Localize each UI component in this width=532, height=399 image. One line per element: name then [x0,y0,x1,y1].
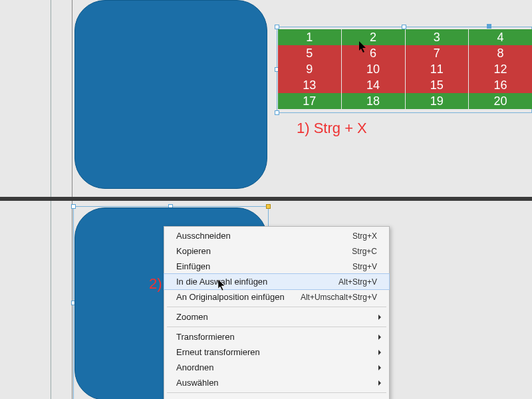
handle-icon[interactable] [275,25,279,29]
table-cell: 16 [469,77,532,93]
table-cell: 5 [278,45,342,61]
guide-vertical [51,201,51,399]
ctx-item-label: Zoomen [176,312,208,322]
guide-vertical [51,0,51,197]
ctx-item-paste[interactable]: Einfügen Strg+V [164,259,389,274]
context-menu: Ausschneiden Strg+X Kopieren Strg+C Einf… [164,226,390,399]
separator [167,307,386,307]
table-cell: 11 [406,61,469,77]
ctx-item-label: Anordnen [176,362,213,372]
ctx-item-transform-again[interactable]: Erneut transformieren [164,344,389,360]
ctx-item-label: Einfügen [176,261,210,271]
ctx-item-cut[interactable]: Ausschneiden Strg+X [164,228,389,243]
ctx-item-label: Kopieren [176,246,211,256]
ctx-item-paste-into[interactable]: In die Auswahl einfügen Alt+Strg+V [164,274,389,289]
table-cell: 4 [469,29,532,45]
corner-radius-handle-icon[interactable] [266,204,271,209]
separator [167,327,386,327]
table-row: 17 18 19 20 [278,93,532,109]
frame-edge [72,0,72,197]
ctx-item-copy[interactable]: Kopieren Strg+C [164,243,389,259]
table-cell: 3 [406,29,469,45]
table-cell: 19 [406,93,469,109]
table-cell: 10 [342,61,406,77]
ctx-item-label: Auswählen [176,378,219,388]
table-row: 9 10 11 12 [278,61,532,77]
annotation-label: 1) Strg + X [297,120,367,137]
anchor-point-icon [487,24,491,29]
ctx-item-label: In die Auswahl einfügen [176,277,267,287]
ctx-item-arrange[interactable]: Anordnen [164,360,389,375]
table-row: 13 14 15 16 [278,77,532,93]
panel-top: 1 2 3 4 5 6 7 8 9 10 11 12 13 14 15 16 1… [0,0,532,197]
ctx-item-shortcut: Strg+X [352,231,377,241]
separator [167,392,386,393]
ctx-item-shortcut: Strg+C [352,247,377,256]
ctx-item-transform[interactable]: Transformieren [164,329,389,344]
table-cell: 9 [278,61,342,77]
ctx-item-label: Erneut transformieren [176,347,260,357]
table-cell: 1 [278,29,342,45]
ctx-item-shortcut: Alt+Strg+V [338,277,377,287]
panel-bottom: 2) Ausschneiden Strg+X Kopieren Strg+C E… [0,201,532,399]
ctx-item-zoom[interactable]: Zoomen [164,309,389,325]
frame-edge [72,201,72,399]
ctx-item-label: Transformieren [176,332,235,342]
rounded-rectangle-shape[interactable] [74,0,267,189]
table-cell: 18 [342,93,406,109]
table-cell: 8 [469,45,532,61]
number-table[interactable]: 1 2 3 4 5 6 7 8 9 10 11 12 13 14 15 16 1… [278,29,532,109]
table-cell: 7 [406,45,469,61]
ctx-item-shortcut: Alt+Umschalt+Strg+V [301,293,377,302]
table-row: 5 6 7 8 [278,45,532,61]
table-cell: 20 [469,93,532,109]
ctx-item-label: An Originalposition einfügen [176,292,285,302]
table-cell: 6 [342,45,406,61]
table-row: 1 2 3 4 [278,29,532,45]
table-cell: 14 [342,77,406,93]
table-cell: 2 [342,29,406,45]
handle-icon[interactable] [402,25,406,29]
table-cell: 13 [278,77,342,93]
ctx-item-shortcut: Strg+V [352,262,377,271]
ctx-item-label: Ausschneiden [176,231,231,241]
table-cell: 15 [406,77,469,93]
handle-icon[interactable] [275,110,279,115]
handle-icon[interactable] [71,204,76,209]
ctx-item-lock[interactable]: Sperren Strg+L [164,395,389,399]
table-cell: 12 [469,61,532,77]
ctx-item-select[interactable]: Auswählen [164,375,389,390]
ctx-item-paste-in-place[interactable]: An Originalposition einfügen Alt+Umschal… [164,289,389,305]
table-cell: 17 [278,93,342,109]
annotation-label: 2) [149,275,162,293]
